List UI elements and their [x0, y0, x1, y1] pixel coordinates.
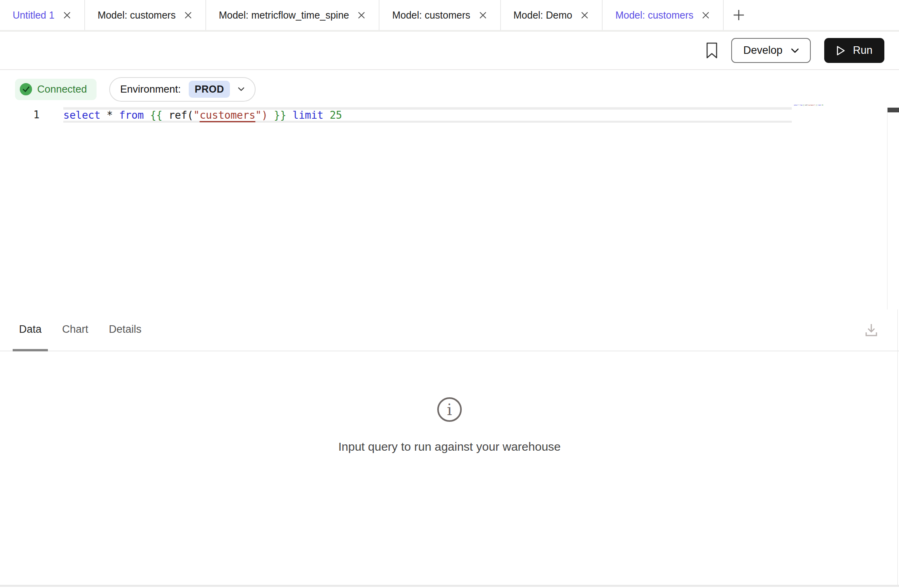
editor-tab[interactable]: Model: Demo [501, 0, 603, 30]
play-icon [836, 46, 846, 56]
editor-status-row: Connected Environment: PROD [0, 70, 899, 102]
tab-close-icon[interactable] [478, 11, 487, 20]
editor-tab[interactable]: Model: metricflow_time_spine [206, 0, 379, 30]
empty-state-message: Input query to run against your warehous… [338, 440, 561, 453]
download-icon [863, 322, 879, 338]
connected-label: Connected [37, 83, 87, 95]
code-token-string-link[interactable]: customers [808, 104, 814, 106]
code-token-keyword: select [63, 109, 101, 121]
bookmark-button[interactable] [706, 42, 718, 59]
code-token-string-link[interactable]: customers [199, 109, 255, 121]
connected-check-icon [20, 83, 32, 95]
results-tab-chart[interactable]: Chart [56, 309, 95, 351]
develop-label: Develop [743, 44, 782, 57]
develop-dropdown-button[interactable]: Develop [731, 38, 811, 63]
sql-editor-pane: Connected Environment: PROD 1 select * f… [0, 70, 899, 309]
code-token-jinja: }} [274, 109, 286, 121]
download-results-button[interactable] [863, 322, 879, 339]
tab-close-icon[interactable] [184, 11, 193, 20]
editor-tab[interactable]: Model: customers [379, 0, 501, 30]
code-token-plain [144, 109, 150, 121]
code-token-keyword: limit [292, 109, 323, 121]
code-editor[interactable]: 1 select * from {{ ref("customers") }} l… [0, 107, 899, 123]
run-label: Run [853, 44, 872, 57]
code-token-plain: ref( [162, 109, 193, 121]
chevron-down-icon [791, 48, 799, 53]
chevron-down-icon [238, 87, 245, 91]
scrollbar-thumb[interactable] [888, 108, 899, 112]
code-token-keyword: from [119, 109, 144, 121]
code-token-string: " [193, 109, 200, 121]
tab-label: Model: Demo [514, 9, 573, 21]
bookmark-icon [706, 42, 718, 59]
results-empty-state: i Input query to run against your wareho… [0, 396, 899, 453]
window-bottom-border [0, 585, 899, 587]
results-panel: DataChartDetails i Input query to run ag… [0, 309, 899, 588]
results-tab-bar: DataChartDetails [0, 309, 899, 351]
code-token-plain: ref( [804, 104, 807, 106]
code-token-number: 25 [822, 104, 823, 106]
code-token-plain [286, 109, 293, 121]
results-tab-details[interactable]: Details [102, 309, 148, 351]
new-tab-button[interactable] [724, 0, 754, 30]
results-tab-data[interactable]: Data [13, 309, 48, 351]
results-tab-strip: DataChartDetails [13, 309, 148, 351]
connection-status-badge: Connected [15, 79, 97, 100]
tab-close-icon[interactable] [701, 11, 710, 20]
code-token-plain: * [107, 109, 113, 121]
code-token-plain [324, 109, 330, 121]
code-token-string: ") [255, 109, 267, 121]
tab-label: Model: customers [392, 9, 470, 21]
tab-close-icon[interactable] [63, 11, 72, 20]
tab-label: Untitled 1 [13, 9, 55, 21]
environment-selector[interactable]: Environment: PROD [109, 77, 256, 102]
tab-label: Model: metricflow_time_spine [219, 9, 349, 21]
plus-icon [732, 8, 745, 22]
line-number-gutter: 1 [0, 107, 63, 123]
code-token-jinja: {{ [150, 109, 162, 121]
editor-minimap[interactable]: select * from {{ ref("customers") }} lim… [794, 104, 836, 106]
editor-tab[interactable]: Model: customers [603, 0, 724, 30]
panel-right-border [897, 309, 898, 585]
info-icon: i [436, 396, 463, 423]
toolbar: Develop Run [0, 32, 899, 70]
code-token-plain [268, 109, 274, 121]
tab-strip: Untitled 1Model: customersModel: metricf… [0, 0, 724, 30]
editor-tab[interactable]: Model: customers [85, 0, 206, 30]
editor-tab-bar: Untitled 1Model: customersModel: metricf… [0, 0, 899, 32]
ide-window: Untitled 1Model: customersModel: metricf… [0, 0, 899, 588]
code-token-plain [101, 109, 107, 121]
code-token-plain [113, 109, 119, 121]
code-token-keyword: select [794, 104, 798, 106]
environment-label: Environment: [120, 83, 181, 95]
tab-close-icon[interactable] [357, 11, 366, 20]
run-button[interactable]: Run [824, 38, 884, 63]
editor-scrollbar[interactable] [887, 108, 899, 309]
svg-text:i: i [447, 400, 452, 419]
tab-label: Model: customers [615, 9, 693, 21]
code-line-1[interactable]: select * from {{ ref("customers") }} lim… [63, 107, 792, 123]
code-token-number: 25 [330, 109, 342, 121]
tab-label: Model: customers [98, 9, 176, 21]
environment-value-chip: PROD [189, 81, 230, 98]
tab-close-icon[interactable] [580, 11, 589, 20]
editor-tab[interactable]: Untitled 1 [0, 0, 85, 30]
